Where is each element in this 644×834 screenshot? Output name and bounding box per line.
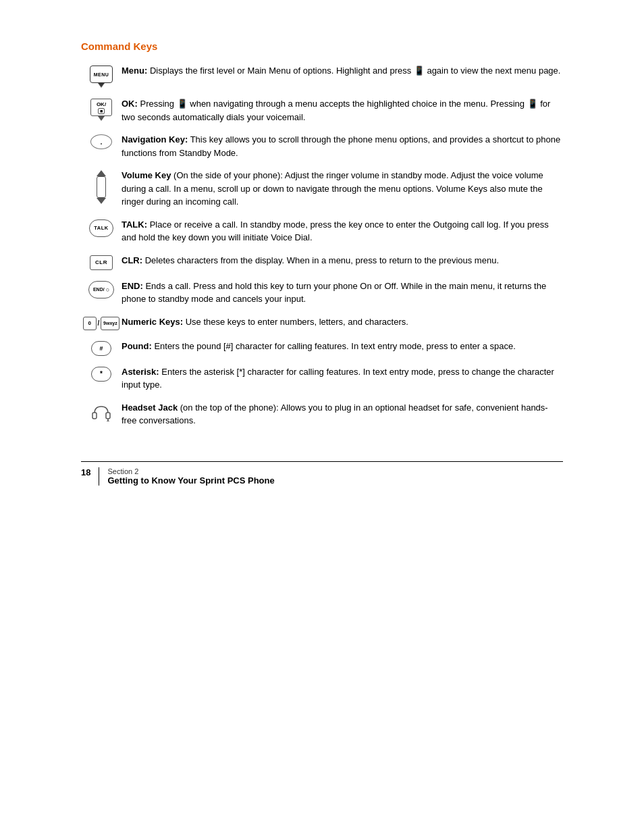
clr-icon: CLR [81, 254, 122, 270]
list-item: CLR CLR: Deletes characters from the dis… [81, 254, 563, 270]
ok-description: OK: Pressing 📱 when navigating through a… [122, 97, 563, 124]
pound-description: Pound: Enters the pound [#] character fo… [122, 340, 563, 353]
numeric-icon: 0 / 9wxyz [81, 315, 122, 330]
list-item: Headset Jack (on the top of the phone): … [81, 401, 563, 427]
pound-icon: # [81, 340, 122, 356]
volume-icon [81, 169, 122, 204]
list-item: · Navigation Key: This key allows you to… [81, 133, 563, 159]
ok-icon: OK/ ■ [81, 97, 122, 121]
page-title: Command Keys [81, 41, 563, 52]
list-item: * Asterisk: Enters the asterisk [*] char… [81, 365, 563, 392]
headset-icon [81, 401, 122, 421]
asterisk-icon: * [81, 365, 122, 382]
list-item: 0 / 9wxyz Numeric Keys: Use these keys t… [81, 315, 563, 330]
command-list: MENU Menu: Displays the first level or M… [81, 64, 563, 427]
footer-page-number: 18 [81, 467, 90, 477]
list-item: MENU Menu: Displays the first level or M… [81, 64, 563, 88]
end-description: END: Ends a call. Press and hold this ke… [122, 280, 563, 306]
svg-rect-1 [106, 413, 110, 419]
headset-description: Headset Jack (on the top of the phone): … [122, 401, 563, 427]
list-item: TALK TALK: Place or receive a call. In s… [81, 218, 563, 244]
svg-rect-0 [92, 413, 97, 419]
talk-description: TALK: Place or receive a call. In standb… [122, 218, 563, 244]
talk-icon: TALK [81, 218, 122, 237]
footer-section-label: Section 2 [107, 467, 274, 475]
list-item: END/○ END: Ends a call. Press and hold t… [81, 280, 563, 306]
list-item: OK/ ■ OK: Pressing 📱 when navigating thr… [81, 97, 563, 124]
navigation-icon: · [81, 133, 122, 149]
page-content: Command Keys MENU Menu: Displays the fir… [0, 0, 644, 526]
numeric-description: Numeric Keys: Use these keys to enter nu… [122, 315, 563, 329]
menu-description: Menu: Displays the first level or Main M… [122, 64, 563, 78]
volume-description: Volume Key (On the side of your phone): … [122, 169, 563, 209]
end-icon: END/○ [81, 280, 122, 298]
clr-description: CLR: Deletes characters from the display… [122, 254, 563, 267]
navigation-description: Navigation Key: This key allows you to s… [122, 133, 563, 159]
list-item: Volume Key (On the side of your phone): … [81, 169, 563, 209]
footer: 18 Section 2 Getting to Know Your Sprint… [81, 461, 563, 486]
footer-section-title: Getting to Know Your Sprint PCS Phone [107, 475, 274, 486]
list-item: # Pound: Enters the pound [#] character … [81, 340, 563, 356]
asterisk-description: Asterisk: Enters the asterisk [*] charac… [122, 365, 563, 392]
menu-icon: MENU [81, 64, 122, 88]
